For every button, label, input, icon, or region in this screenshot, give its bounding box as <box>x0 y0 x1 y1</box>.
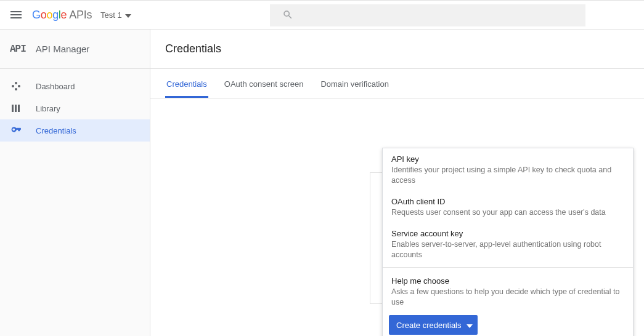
api-monogram-icon: API <box>10 44 26 55</box>
svg-point-3 <box>15 88 17 90</box>
menu-item-desc: Enables server-to-server, app-level auth… <box>391 239 624 260</box>
project-picker[interactable]: Test 1 <box>100 10 131 20</box>
svg-point-2 <box>18 85 20 87</box>
page-header: Credentials <box>150 30 644 69</box>
menu-item-title: Help me choose <box>391 276 624 286</box>
svg-rect-5 <box>15 105 17 112</box>
search-icon <box>282 9 293 22</box>
tabs: Credentials OAuth consent screen Domain … <box>150 69 644 98</box>
svg-point-0 <box>15 82 17 84</box>
page-title: Credentials <box>165 42 221 55</box>
menu-item-title: API key <box>391 154 624 164</box>
menu-icon[interactable] <box>9 7 23 22</box>
top-header: GoogleAPIs Test 1 <box>0 0 644 30</box>
svg-rect-6 <box>18 105 20 112</box>
sidebar-item-credentials[interactable]: Credentials <box>0 119 150 142</box>
sidebar-item-label: Library <box>36 104 60 113</box>
search-box[interactable] <box>270 4 585 26</box>
menu-item-help-choose[interactable]: Help me choose Asks a few questions to h… <box>383 270 633 313</box>
tab-domain-verification[interactable]: Domain verification <box>319 79 390 98</box>
menu-item-desc: Requests user consent so your app can ac… <box>391 207 624 218</box>
menu-item-desc: Identifies your project using a simple A… <box>391 165 624 186</box>
menu-item-service-account[interactable]: Service account key Enables server-to-se… <box>383 223 633 265</box>
sidebar-header: API API Manager <box>0 30 150 69</box>
library-icon <box>10 103 22 113</box>
tab-credentials[interactable]: Credentials <box>165 79 208 98</box>
menu-item-title: OAuth client ID <box>391 197 624 206</box>
sidebar: API API Manager Dashboard Library Creden… <box>0 30 150 336</box>
svg-rect-4 <box>12 105 14 112</box>
dashboard-icon <box>10 81 22 91</box>
create-credentials-menu: API key Identifies your project using a … <box>382 148 634 336</box>
sidebar-item-library[interactable]: Library <box>0 97 150 119</box>
caret-down-icon <box>125 10 131 20</box>
sidebar-item-label: Dashboard <box>36 82 75 91</box>
menu-item-desc: Asks a few questions to help you decide … <box>391 287 624 308</box>
menu-item-api-key[interactable]: API key Identifies your project using a … <box>383 148 633 191</box>
menu-item-oauth-client[interactable]: OAuth client ID Requests user consent so… <box>383 191 633 223</box>
svg-point-1 <box>12 85 14 87</box>
button-label: Create credentials <box>396 321 462 330</box>
sidebar-item-label: Credentials <box>36 126 76 135</box>
google-apis-logo[interactable]: GoogleAPIs <box>32 9 92 22</box>
tab-oauth-consent[interactable]: OAuth consent screen <box>223 79 305 98</box>
sidebar-title: API Manager <box>36 44 90 54</box>
sidebar-item-dashboard[interactable]: Dashboard <box>0 75 150 97</box>
menu-item-title: Service account key <box>391 229 624 238</box>
caret-down-icon <box>467 321 473 330</box>
project-name: Test 1 <box>100 10 122 20</box>
key-icon <box>10 125 22 136</box>
main-content: Credentials Credentials OAuth consent sc… <box>150 30 644 336</box>
menu-separator <box>383 267 633 268</box>
create-credentials-button[interactable]: Create credentials <box>389 315 478 335</box>
